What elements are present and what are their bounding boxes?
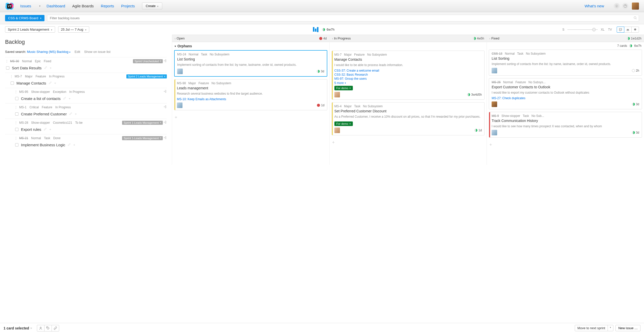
select-checkbox[interactable]	[15, 97, 18, 100]
size-tv-label[interactable]: TV	[608, 28, 612, 31]
nav-agile-boards[interactable]: Agile Boards	[72, 4, 94, 8]
board-select-dropdown[interactable]: CSS & CRMS Board▾	[5, 15, 44, 21]
add-icon[interactable]: +	[75, 112, 77, 116]
drag-handle-icon[interactable]: ⋮	[14, 90, 18, 94]
filter-backlog-input[interactable]	[47, 15, 639, 22]
remove-tag-icon[interactable]: ×	[349, 87, 351, 90]
move-to-board-icon[interactable]	[163, 120, 167, 125]
add-icon[interactable]: +	[54, 81, 56, 85]
select-checkbox[interactable]	[15, 143, 18, 147]
saved-search-show[interactable]: Show on issue list	[84, 50, 110, 54]
issue-card[interactable]: MS-9 Show-stopper Task No Sub... Track C…	[489, 112, 642, 138]
sprint-tag[interactable]: Sprint 2 Leads Management ×	[126, 74, 167, 78]
edit-icon[interactable]	[44, 66, 47, 70]
sprint-tag[interactable]: Sprint 1-Leads Management ×	[122, 136, 163, 140]
chart-icon[interactable]	[313, 27, 318, 32]
settings-gear-icon[interactable]	[614, 3, 620, 9]
view-inbox-icon[interactable]	[617, 27, 624, 33]
issue-card[interactable]: MS-4 Major Task No Subsystem Set Preferr…	[332, 102, 485, 135]
remove-tag-icon[interactable]: ×	[160, 121, 161, 124]
create-button[interactable]: Create▾	[142, 3, 162, 9]
card-tag[interactable]: For demo ×	[334, 121, 353, 126]
remove-tag-icon[interactable]: ×	[164, 75, 165, 78]
issue-title[interactable]: Sort Data Results	[12, 66, 42, 70]
linked-issue[interactable]: CSS-32: Basic Research	[334, 73, 482, 76]
drag-handle-icon[interactable]: ⋮	[10, 75, 13, 78]
swimlane-header[interactable]: ▾ Orphans	[172, 42, 329, 50]
saved-search-edit[interactable]: Edit	[75, 50, 80, 54]
edit-icon[interactable]	[49, 81, 52, 85]
linked-issue[interactable]: CSS-37: Create a welcome email	[334, 69, 482, 72]
add-icon[interactable]: +	[49, 128, 51, 131]
add-icon[interactable]: +	[50, 66, 52, 70]
add-icon[interactable]: +	[73, 143, 75, 147]
drag-handle-icon[interactable]: ⋮	[14, 136, 18, 140]
move-to-board-icon[interactable]	[163, 59, 167, 63]
column-header-fixed[interactable]: ‹ Fixed 1w1d2h	[487, 35, 644, 42]
nav-whats-new[interactable]: What's new	[585, 4, 604, 8]
remove-tag-icon[interactable]: ×	[160, 137, 161, 139]
nav-projects[interactable]: Projects	[121, 4, 135, 8]
search-icon[interactable]	[633, 16, 637, 20]
select-checkbox[interactable]	[15, 128, 18, 131]
linked-issue[interactable]: MS-97: Group the users	[334, 77, 482, 80]
issues-dropdown-caret[interactable]: ▾	[39, 5, 40, 7]
issue-card[interactable]: MS-7 Major Feature No Subsystem Manage C…	[332, 51, 485, 100]
backlog-item[interactable]: ⋮ MS-21 Normal Task Done Sprint 1-Leads …	[5, 134, 167, 150]
nav-issues[interactable]: Issues	[20, 4, 31, 8]
view-crown-icon[interactable]	[624, 27, 632, 33]
backlog-item[interactable]: ⋮ MS-28 Show-stopper Cosmetics121 To be …	[5, 119, 167, 134]
drag-handle-icon[interactable]: ⋮	[14, 106, 18, 109]
drag-handle-icon[interactable]: ⋮	[14, 121, 18, 124]
sprint-select[interactable]: Sprint 2 Leads Management ▾	[5, 26, 55, 33]
add-card-button[interactable]: +	[172, 115, 329, 120]
linked-issue[interactable]: MS-10: Keep Emails as Attachments	[177, 97, 325, 101]
add-card-button[interactable]: +	[330, 140, 487, 145]
assignee-avatar[interactable]	[177, 102, 182, 108]
issue-card[interactable]: MS-98 Major Feature No Subsystem Leads m…	[174, 79, 327, 110]
edit-icon[interactable]	[63, 97, 66, 100]
assignee-avatar[interactable]	[492, 130, 497, 135]
nav-reports[interactable]: Reports	[101, 4, 114, 8]
user-avatar[interactable]	[632, 3, 639, 10]
view-settings-icon[interactable]	[631, 27, 639, 33]
help-icon[interactable]	[622, 3, 628, 9]
sprint-tag[interactable]: Sprint Unscheduled ×	[133, 59, 163, 63]
card-tag[interactable]: For demo ×	[334, 86, 353, 90]
issue-card[interactable]: MS-26 Normal Feature No Subsys... Export…	[489, 78, 642, 109]
backlog-item[interactable]: ⋮ MS-1 Critical Feature In Progress Crea…	[5, 103, 167, 119]
move-to-board-icon[interactable]	[163, 136, 167, 140]
backlog-item[interactable]: ⋮ MS-7 Major Feature In Progress Sprint …	[5, 73, 167, 88]
assignee-avatar[interactable]	[334, 128, 340, 133]
assignee-avatar[interactable]	[492, 101, 497, 107]
column-header-open[interactable]: ‹ Open 4d	[172, 35, 329, 42]
backlog-item[interactable]: ⋮ MS-30 Normal Epic Fixed Sprint Unsched…	[5, 57, 167, 73]
nav-dashboard[interactable]: Dashboard	[47, 4, 65, 8]
move-to-board-icon[interactable]	[163, 105, 167, 109]
issue-title[interactable]: Manage Contacts	[16, 81, 46, 85]
edit-icon[interactable]	[44, 128, 47, 131]
issue-title[interactable]: Implement Business Logic	[21, 143, 65, 147]
add-card-button[interactable]: +	[487, 142, 644, 148]
show-more-links[interactable]: 5 more ▾	[334, 81, 346, 85]
select-checkbox[interactable]	[15, 112, 18, 116]
drag-handle-icon[interactable]: ⋮	[5, 59, 9, 63]
assignee-avatar[interactable]	[334, 92, 340, 97]
issue-card[interactable]: MS-24 Normal Task No Subsystem List Sort…	[174, 50, 327, 77]
select-checkbox[interactable]	[11, 81, 14, 85]
assignee-avatar[interactable]	[177, 69, 183, 74]
move-to-board-icon[interactable]	[163, 90, 167, 94]
saved-search-link[interactable]: Music Sharing (MS) Backlog	[27, 50, 68, 54]
assignee-avatar[interactable]	[492, 68, 497, 73]
date-range-select[interactable]: 25 Jul — 7 Aug ▾	[58, 26, 89, 33]
column-header-in-progress[interactable]: ‹ In Progress 4w5h	[330, 35, 487, 42]
remove-tag-icon[interactable]: ×	[349, 122, 351, 125]
backlog-item[interactable]: ⋮ MS-95 Show-stopper Exception In Progre…	[5, 88, 167, 103]
issue-title[interactable]: Create Preferred Customer	[21, 112, 67, 116]
edit-icon[interactable]	[69, 112, 72, 116]
issue-title[interactable]: Export rules	[21, 127, 41, 132]
card-size-slider[interactable]	[567, 29, 598, 30]
issue-card[interactable]: CSS-13 Normal Task No Subsystem List Sor…	[489, 50, 642, 76]
select-checkbox[interactable]	[6, 66, 9, 70]
linked-issue[interactable]: MS-27: Check duplicates	[492, 96, 639, 100]
